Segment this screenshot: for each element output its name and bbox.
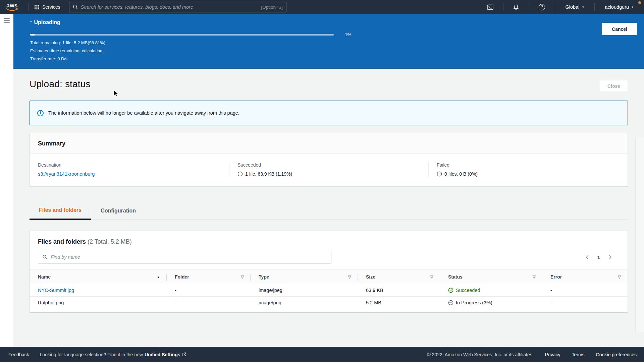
table-row: NYC-Summit.jpg - image/jpeg 63.9 KB [30,284,628,297]
file-name-text: Ralphie.png [30,297,167,309]
folder-cell: - [167,284,251,297]
upload-percent-label: 1% [345,32,352,37]
status-badge: In Progress (3%) [448,300,537,305]
transfer-rate-text: Transfer rate: 0 B/s [30,56,637,61]
cookie-preferences-link[interactable]: Cookie preferences [596,352,637,357]
sort-ascending-icon[interactable]: ▲ [157,275,160,279]
files-panel-count: (2 Total, 5.2 MB) [88,238,132,245]
pagination: 1 [585,254,620,260]
grid-icon [35,5,39,9]
tab-files-and-folders[interactable]: Files and folders [30,202,91,220]
terms-link[interactable]: Terms [572,352,584,357]
screen-recording-dot [638,1,641,4]
copyright-text: © 2022, Amazon Web Services, Inc. or its… [427,352,533,357]
filter-icon[interactable]: ▽ [348,275,351,279]
nav-divider [28,3,29,11]
external-link-icon [182,352,186,357]
global-search-bar[interactable]: [Option+S] [69,2,286,12]
column-header-status[interactable]: Status▽ [440,270,542,284]
size-cell: 5.2 MB [358,297,440,309]
region-selector[interactable]: Global ▼ [560,4,590,10]
services-label: Services [42,4,60,10]
upload-progress-banner: ▾ Uploading Cancel 1% Total remaining: 1… [13,14,644,69]
nav-divider [529,3,529,11]
size-cell: 63.9 KB [358,284,440,297]
footer-bar: Feedback Looking for language selection?… [0,347,644,362]
file-name-link[interactable]: NYC-Summit.jpg [38,288,74,293]
type-cell: image/png [251,297,358,309]
failed-label: Failed [437,162,620,168]
privacy-link[interactable]: Privacy [545,352,560,357]
error-cell: - [542,297,628,309]
hamburger-menu-icon[interactable] [4,18,10,23]
upload-banner-title: Uploading [34,19,60,25]
column-header-error[interactable]: Error▽ [542,270,628,284]
succeeded-value: 1 file, 63.9 KB (1.19%) [245,171,292,177]
close-button[interactable]: Close [600,80,628,92]
cancel-upload-button[interactable]: Cancel [602,23,637,35]
account-menu[interactable]: acloudguru ▼ [599,4,639,10]
files-and-folders-panel: Files and folders (2 Total, 5.2 MB) [30,231,628,312]
aws-smile-icon [6,8,18,11]
files-table: Name▲ Folder▽ Type▽ Size▽ [30,269,628,309]
column-header-size[interactable]: Size▽ [358,270,440,284]
files-panel-title: Files and folders [38,238,86,245]
error-cell: - [542,284,628,297]
success-check-icon [448,288,453,293]
find-by-name-box[interactable] [38,251,331,263]
upload-progress-bar [30,34,334,36]
chevron-down-icon: ▼ [631,6,634,9]
find-by-name-input[interactable] [51,254,327,260]
destination-link[interactable]: s3://ryan3141kroonenburg [38,171,95,177]
search-icon [73,4,78,10]
filter-icon[interactable]: ▽ [241,275,244,279]
feedback-button[interactable]: Feedback [8,352,29,357]
main-content: Upload: status Close i The information b… [13,69,644,347]
in-progress-icon [237,171,243,177]
nav-divider [555,3,555,11]
column-header-name[interactable]: Name▲ [30,270,167,284]
column-header-type[interactable]: Type▽ [251,270,358,284]
succeeded-label: Succeeded [237,162,420,168]
summary-panel: Summary Destination s3://ryan3141kroonen… [30,133,628,187]
search-icon [42,254,48,260]
filter-icon[interactable]: ▽ [618,275,621,279]
account-label: acloudguru [605,4,629,10]
region-label: Global [565,4,579,10]
top-navigation-bar: aws Services [0,0,644,14]
table-row: Ralphie.png - image/png 5.2 MB [30,297,628,309]
notifications-button[interactable] [508,4,524,10]
nav-divider [594,3,595,11]
language-selection-text: Looking for language selection? Find it … [40,352,143,357]
in-progress-icon [448,300,453,305]
status-badge: Succeeded [448,288,537,293]
help-button[interactable]: ? [534,4,550,10]
page-title: Upload: status [30,79,91,89]
collapse-caret-icon[interactable]: ▾ [30,20,32,23]
vertical-scrollbar[interactable] [635,137,644,332]
total-remaining-text: Total remaining: 1 file: 5.2 MB(98.81%) [30,40,637,45]
tab-configuration[interactable]: Configuration [91,202,145,220]
info-alert-text: The information below will no longer be … [48,110,239,116]
filter-icon[interactable]: ▽ [533,275,536,279]
search-shortcut: [Option+S] [261,5,283,10]
chevron-down-icon: ▼ [582,6,584,9]
previous-page-button[interactable] [585,255,589,260]
left-sidebar [0,14,13,347]
page-number[interactable]: 1 [597,254,600,260]
filter-icon[interactable]: ▽ [430,275,433,279]
services-menu[interactable]: Services [33,4,62,10]
nav-divider [503,3,503,11]
terminal-icon [487,4,493,10]
next-page-button[interactable] [608,255,612,260]
upload-progress-fill [30,34,35,36]
aws-logo[interactable]: aws [6,3,18,11]
summary-failed: Failed 0 files, 0 B (0%) [428,162,628,177]
summary-title: Summary [38,140,620,147]
column-header-folder[interactable]: Folder▽ [167,270,251,284]
tab-bar: Files and folders Configuration [30,202,628,220]
aws-logo-text: aws [6,3,18,8]
cloudshell-button[interactable] [482,4,498,10]
search-input[interactable] [81,4,259,10]
unified-settings-link[interactable]: Unified Settings [145,352,187,357]
